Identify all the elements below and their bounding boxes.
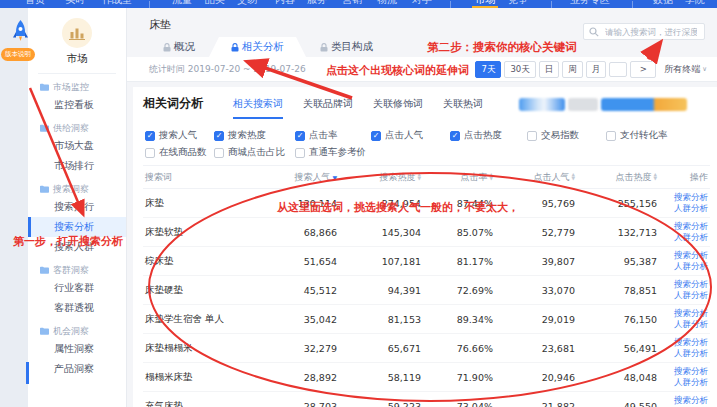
checkbox-checked-icon[interactable]: ✓ bbox=[145, 131, 155, 141]
nav-item[interactable]: 物流 bbox=[377, 0, 397, 7]
date-filter-button[interactable]: 月 bbox=[586, 61, 607, 78]
subtab-modifier-words[interactable]: 关联修饰词 bbox=[373, 97, 423, 119]
checkbox-checked-icon[interactable]: ✓ bbox=[214, 131, 224, 141]
sidebar-item-link[interactable]: 属性洞察 bbox=[28, 339, 126, 359]
action-link[interactable]: 搜索分析 bbox=[661, 308, 708, 319]
sidebar-section-header[interactable]: 供给洞察 bbox=[28, 121, 126, 136]
folder-icon bbox=[40, 124, 49, 134]
action-link[interactable]: 搜索分析 bbox=[661, 221, 708, 232]
sort-icons[interactable]: ▲▼ bbox=[572, 173, 575, 181]
tab-related-analysis[interactable]: 相关分析 bbox=[209, 37, 306, 57]
metric-checkbox[interactable]: 支付转化率 bbox=[606, 129, 668, 142]
rocket-icon[interactable] bbox=[13, 20, 28, 46]
nav-item[interactable]: 作战室 bbox=[102, 0, 132, 7]
action-link[interactable]: 人群分析 bbox=[661, 203, 708, 214]
sidebar-item-link[interactable]: 行业客群 bbox=[28, 278, 126, 298]
action-link[interactable]: 搜索分析 bbox=[661, 192, 708, 203]
date-filter-button[interactable]: 7天 bbox=[475, 61, 501, 78]
sidebar-section-header[interactable]: 机会洞察 bbox=[28, 324, 126, 339]
version-badge[interactable]: 版本说明 bbox=[1, 48, 35, 61]
checkbox-icon[interactable] bbox=[295, 148, 305, 158]
nav-item[interactable]: 学院 bbox=[685, 0, 705, 7]
metric-checkbox[interactable]: ✓点击人气 bbox=[371, 129, 423, 142]
nav-item[interactable]: 竞争 bbox=[508, 0, 528, 7]
sidebar-item-link[interactable]: 监控看板 bbox=[28, 95, 126, 115]
market-avatar[interactable] bbox=[62, 18, 92, 48]
date-filter-button[interactable]: 日 bbox=[539, 61, 560, 78]
nav-item[interactable]: 对手 bbox=[412, 0, 432, 7]
checkbox-icon[interactable] bbox=[527, 131, 537, 141]
subtab-hot-words[interactable]: 关联热词 bbox=[443, 97, 483, 119]
nav-item[interactable]: 交易 bbox=[237, 0, 257, 7]
sidebar-item-link[interactable]: 市场大盘 bbox=[28, 136, 126, 156]
tab-overview[interactable]: 概况 bbox=[149, 37, 209, 57]
column-header[interactable]: 点击人气▲▼ bbox=[495, 166, 577, 189]
metric-checkbox[interactable]: ✓点击率 bbox=[295, 129, 338, 142]
checkbox-icon[interactable] bbox=[606, 131, 616, 141]
column-header[interactable]: 点击率▲▼ bbox=[423, 166, 495, 189]
checkbox-checked-icon[interactable]: ✓ bbox=[295, 131, 305, 141]
date-picker-box[interactable] bbox=[609, 62, 627, 77]
date-filter-button[interactable]: 周 bbox=[562, 61, 583, 78]
action-link[interactable]: 人群分析 bbox=[661, 348, 708, 359]
action-link[interactable]: 搜索分析 bbox=[661, 250, 708, 261]
action-link[interactable]: 搜索分析 bbox=[661, 337, 708, 348]
checkbox-checked-icon[interactable]: ✓ bbox=[450, 131, 460, 141]
sidebar-section-header[interactable]: 搜索洞察 bbox=[28, 182, 126, 197]
nav-item[interactable]: 首页 bbox=[25, 0, 45, 7]
metric-checkbox[interactable]: 商城点击占比 bbox=[214, 146, 285, 159]
sidebar-item-active[interactable]: 搜索分析 bbox=[28, 217, 126, 237]
action-link[interactable]: 搜索分析 bbox=[661, 395, 708, 406]
nav-item[interactable]: 服务 bbox=[307, 0, 327, 7]
sort-icons[interactable]: ▲▼ bbox=[418, 173, 421, 181]
column-header[interactable]: 搜索人气▼ bbox=[255, 166, 339, 189]
nav-item[interactable]: 实时 bbox=[65, 0, 85, 7]
search-input[interactable] bbox=[603, 26, 699, 38]
action-link[interactable]: 人群分析 bbox=[661, 290, 708, 301]
action-link[interactable]: 人群分析 bbox=[661, 232, 708, 243]
sidebar-item-link[interactable]: 客群透视 bbox=[28, 298, 126, 318]
nav-item[interactable]: 营销 bbox=[342, 0, 362, 7]
sidebar-section-header[interactable]: 客群洞察 bbox=[28, 263, 126, 278]
blurred-button[interactable] bbox=[601, 98, 687, 111]
nav-item[interactable]: 品类 bbox=[205, 0, 225, 7]
sidebar-item-link[interactable]: 搜索人群 bbox=[28, 237, 126, 257]
metric-checkbox[interactable]: ✓搜索人气 bbox=[145, 129, 197, 142]
nav-item[interactable]: 数据 bbox=[653, 0, 673, 7]
metric-checkbox[interactable]: 直通车参考价 bbox=[295, 146, 366, 159]
action-link[interactable]: 搜索分析 bbox=[661, 366, 708, 377]
column-header[interactable]: 搜索热度▲▼ bbox=[339, 166, 423, 189]
sort-icons[interactable]: ▲▼ bbox=[490, 173, 493, 181]
sidebar-item-link[interactable]: 市场排行 bbox=[28, 156, 126, 176]
keyword-search-box[interactable] bbox=[583, 23, 705, 40]
sidebar-section-header[interactable]: 市场监控 bbox=[28, 80, 126, 95]
nav-item[interactable]: 流量 bbox=[172, 0, 192, 7]
column-header[interactable]: 点击热度▲▼ bbox=[577, 166, 659, 189]
blurred-button[interactable] bbox=[568, 98, 598, 111]
sidebar-item-link[interactable]: 搜索排行 bbox=[28, 197, 126, 217]
nav-item[interactable]: 内容 bbox=[275, 0, 295, 7]
sort-desc-icon[interactable]: ▼ bbox=[332, 174, 337, 181]
nav-item[interactable]: 业务专区 bbox=[570, 0, 610, 7]
metric-checkbox[interactable]: 交易指数 bbox=[527, 129, 579, 142]
sort-icons[interactable]: ▲▼ bbox=[654, 173, 657, 181]
metric-checkbox[interactable]: ✓点击热度 bbox=[450, 129, 502, 142]
checkbox-icon[interactable] bbox=[214, 148, 224, 158]
checkbox-icon[interactable] bbox=[145, 148, 155, 158]
subtab-related-search-words[interactable]: 相关搜索词 bbox=[233, 97, 283, 119]
tab-category-composition[interactable]: 类目构成 bbox=[306, 37, 387, 57]
terminal-dropdown[interactable]: 所有终端∨ bbox=[664, 63, 707, 76]
sidebar-item-link[interactable]: 产品洞察 bbox=[28, 359, 126, 379]
next-period-button[interactable]: > bbox=[630, 61, 656, 78]
scrollbar-thumb[interactable] bbox=[26, 362, 29, 384]
action-link[interactable]: 人群分析 bbox=[661, 319, 708, 330]
action-link[interactable]: 人群分析 bbox=[661, 261, 708, 272]
metric-checkbox[interactable]: 在线商品数 bbox=[145, 146, 207, 159]
action-link[interactable]: 人群分析 bbox=[661, 377, 708, 388]
date-filter-button[interactable]: 30天 bbox=[504, 61, 535, 78]
blurred-button[interactable] bbox=[519, 98, 565, 111]
subtab-brand-words[interactable]: 关联品牌词 bbox=[303, 97, 353, 119]
metric-checkbox[interactable]: ✓搜索热度 bbox=[214, 129, 266, 142]
action-link[interactable]: 搜索分析 bbox=[661, 279, 708, 290]
checkbox-checked-icon[interactable]: ✓ bbox=[371, 131, 381, 141]
